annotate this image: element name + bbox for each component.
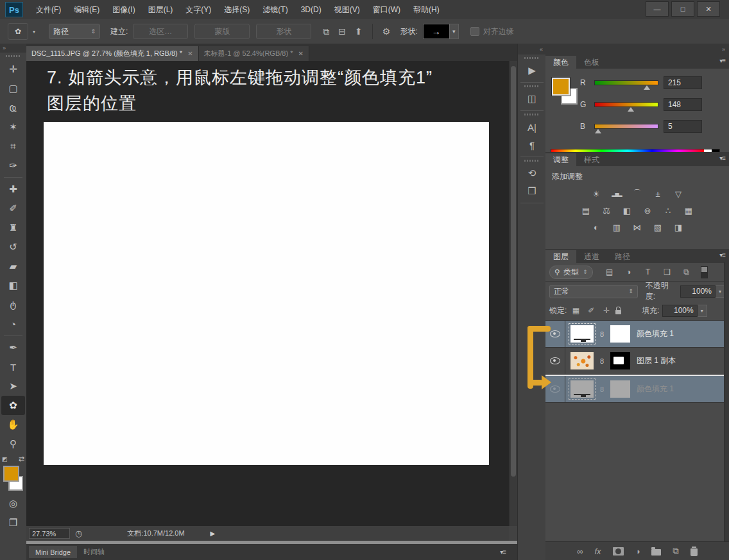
dropdown-icon[interactable]: ▾ xyxy=(698,305,707,317)
zoom-tool[interactable]: ⚲ xyxy=(0,434,26,454)
tab-adjustments[interactable]: 调整 xyxy=(545,153,576,166)
menu-help[interactable]: 帮助(H) xyxy=(407,4,446,15)
brush-tool[interactable]: ✐ xyxy=(0,199,26,218)
blue-slider-thumb[interactable] xyxy=(595,129,601,133)
channel-mixer-icon[interactable]: ∴ xyxy=(660,204,676,217)
menu-edit[interactable]: 编辑(E) xyxy=(67,4,106,15)
layer-mask-thumbnail[interactable] xyxy=(610,325,630,343)
document-tab-inactive[interactable]: 未标题-1 @ 52.4%(RGB/8) * ✕ xyxy=(199,46,309,61)
layer-thumbnail[interactable] xyxy=(570,325,594,343)
type-tool[interactable]: T xyxy=(0,357,26,377)
gradient-map-icon[interactable]: ▧ xyxy=(649,221,666,233)
quick-mask-button[interactable]: ◎ xyxy=(0,494,26,513)
pen-tool[interactable]: ✒ xyxy=(0,338,26,357)
menu-image[interactable]: 图像(I) xyxy=(106,4,141,15)
layer-filter-toggle[interactable] xyxy=(701,266,708,278)
swap-colors-icon[interactable]: ⇄ xyxy=(19,455,24,463)
gear-icon[interactable]: ⚙ xyxy=(382,26,391,37)
dock-grip[interactable] xyxy=(524,160,540,162)
add-layer-mask-icon[interactable] xyxy=(613,547,624,556)
opacity-field[interactable]: 100% ▾ xyxy=(680,285,725,298)
custom-shape-tool[interactable]: ✿ xyxy=(1,396,25,415)
make-mask-button[interactable]: 蒙版 xyxy=(194,24,250,39)
lasso-tool[interactable]: Ҩ xyxy=(0,98,26,117)
layer-row-color-fill-1[interactable]: 8 颜色填充 1 xyxy=(545,321,729,348)
dodge-tool[interactable]: ◔ xyxy=(0,314,26,334)
tab-layers[interactable]: 图层 xyxy=(545,250,576,263)
paragraph-panel-icon[interactable]: ¶ xyxy=(518,136,546,154)
vertical-scrollbar[interactable] xyxy=(509,61,518,526)
menu-file[interactable]: 文件(F) xyxy=(30,4,67,15)
timeline-tab[interactable]: 时间轴 xyxy=(77,546,111,558)
invert-icon[interactable]: ◐ xyxy=(588,221,605,233)
panel-menu-icon[interactable]: ▾≡ xyxy=(719,155,725,162)
layer-name[interactable]: 图层 1 副本 xyxy=(637,355,676,366)
layer-mask-thumbnail[interactable] xyxy=(610,352,630,369)
layer-mask-thumbnail[interactable] xyxy=(610,380,630,398)
menu-filter[interactable]: 滤镜(T) xyxy=(256,4,294,15)
fill-value[interactable]: 100% xyxy=(662,305,698,317)
minimize-button[interactable]: — xyxy=(646,1,669,17)
gradient-tool[interactable]: ◧ xyxy=(0,276,26,295)
vertical-scrollbar-thumb[interactable] xyxy=(511,66,516,477)
tab-color[interactable]: 颜色 xyxy=(545,56,576,69)
status-clock-icon[interactable]: ◷ xyxy=(75,529,82,538)
visibility-toggle[interactable] xyxy=(545,348,565,374)
posterize-icon[interactable]: ▥ xyxy=(608,221,625,233)
tab-swatches[interactable]: 色板 xyxy=(576,56,607,69)
clone-stamp-tool[interactable]: ♜ xyxy=(0,218,26,237)
photo-filter-icon[interactable]: ⊚ xyxy=(639,204,656,217)
make-shape-button[interactable]: 形状 xyxy=(256,24,311,39)
green-value-field[interactable]: 148 xyxy=(664,98,702,111)
dock-grip[interactable] xyxy=(524,114,540,115)
new-layer-icon[interactable]: ⧉ xyxy=(673,546,678,556)
close-icon[interactable]: ✕ xyxy=(187,50,193,57)
red-value-field[interactable]: 215 xyxy=(664,76,702,89)
layer-row-color-fill-1-ghost[interactable]: 8 颜色填充 1 xyxy=(545,376,729,403)
red-slider-thumb[interactable] xyxy=(644,85,650,90)
actions-panel-icon[interactable]: ▶ xyxy=(518,62,546,80)
visibility-toggle[interactable] xyxy=(545,321,565,347)
dock-collapse-icon[interactable]: « xyxy=(518,44,546,55)
new-adjustment-layer-icon[interactable]: ◑ xyxy=(635,547,640,556)
filter-shape-layers-icon[interactable]: ❑ xyxy=(660,266,675,278)
new-group-icon[interactable] xyxy=(651,549,661,556)
color-lookup-icon[interactable]: ▦ xyxy=(680,204,697,217)
document-tab-active[interactable]: DSC_1115.JPG @ 27.7% (颜色填充 1, RGB/8) * ✕ xyxy=(26,46,199,61)
properties-panel-icon[interactable]: ◫ xyxy=(518,90,546,108)
tab-channels[interactable]: 通道 xyxy=(576,250,607,263)
close-icon[interactable]: ✕ xyxy=(298,50,303,57)
lock-transparent-pixels-icon[interactable]: ▦ xyxy=(569,306,582,315)
menu-layer[interactable]: 图层(L) xyxy=(142,4,180,15)
tool-mode-select[interactable]: 路径 ⇕ xyxy=(49,24,100,39)
layers-scrollbar-track[interactable] xyxy=(724,262,729,560)
selective-color-icon[interactable]: ◨ xyxy=(670,221,687,233)
layer-thumbnail[interactable] xyxy=(570,352,594,369)
path-arrangement-icon[interactable]: ⬆ xyxy=(355,26,363,37)
opacity-value[interactable]: 100% xyxy=(680,285,716,298)
fill-field[interactable]: 100% ▾ xyxy=(662,305,707,317)
filter-pixel-layers-icon[interactable]: ▤ xyxy=(602,266,617,278)
layer-name[interactable]: 颜色填充 1 xyxy=(637,384,674,395)
mask-link-icon[interactable]: 8 xyxy=(599,330,605,338)
blue-value-field[interactable]: 5 xyxy=(664,120,702,133)
tool-preset-dropdown-icon[interactable]: ▾ xyxy=(33,29,35,35)
shape-preview[interactable]: → xyxy=(423,24,450,39)
shape-dropdown-icon[interactable]: ▾ xyxy=(450,24,459,39)
current-tool-icon[interactable]: ✿ xyxy=(8,23,28,40)
history-panel-icon[interactable]: ⟲ xyxy=(518,164,546,182)
dock-grip[interactable] xyxy=(524,85,540,87)
healing-brush-tool[interactable]: ✚ xyxy=(0,180,26,199)
eraser-tool[interactable]: ▰ xyxy=(0,257,26,276)
menu-type[interactable]: 文字(Y) xyxy=(179,4,218,15)
layer-style-icon[interactable]: fx xyxy=(595,547,601,556)
dock-grip[interactable] xyxy=(524,57,540,59)
mask-link-icon[interactable]: 8 xyxy=(599,357,605,365)
panel-menu-icon[interactable]: ▾≡ xyxy=(500,548,506,556)
delete-layer-icon[interactable] xyxy=(690,548,698,556)
lock-all-icon[interactable] xyxy=(615,310,621,314)
hue-saturation-icon[interactable]: ▤ xyxy=(578,204,594,217)
menu-select[interactable]: 选择(S) xyxy=(218,4,256,15)
3d-panel-icon[interactable]: ❒ xyxy=(518,182,546,200)
tab-paths[interactable]: 路径 xyxy=(607,250,638,263)
